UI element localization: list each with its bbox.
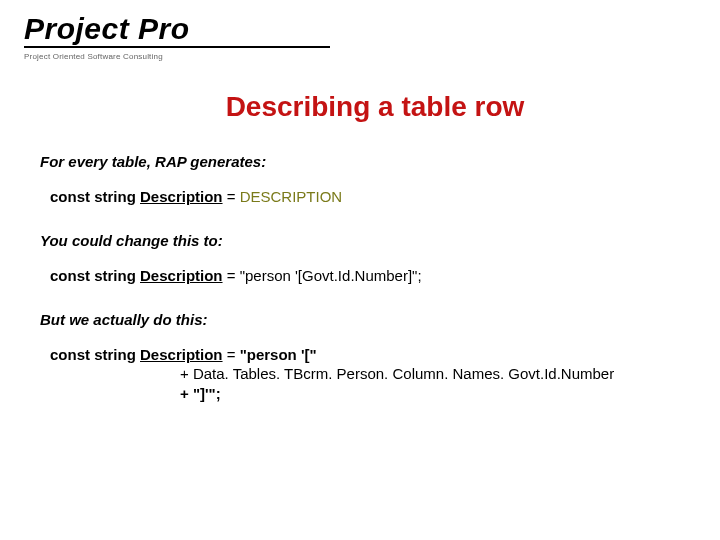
section2-intro: You could change this to: — [40, 232, 680, 249]
slide-title: Describing a table row — [0, 91, 720, 123]
brand-tagline: Project Oriented Software Consulting — [24, 52, 696, 61]
code-eq: = — [227, 188, 240, 205]
code-continuation-2: + "]'"; — [180, 384, 680, 404]
code-continuation-1: + Data. Tables. TBcrm. Person. Column. N… — [180, 364, 680, 384]
code-eq: = — [227, 346, 240, 363]
code-keyword: const string — [50, 346, 136, 363]
code-keyword: const string — [50, 267, 136, 284]
code-value: DESCRIPTION — [240, 188, 343, 205]
section3-code: const string Description = "person '[" +… — [40, 346, 680, 403]
code-string: "person '[" — [240, 346, 317, 363]
slide-header: Project Pro Project Oriented Software Co… — [0, 0, 720, 65]
slide-content: For every table, RAP generates: const st… — [0, 153, 720, 403]
brand-title: Project Pro — [24, 12, 330, 48]
code-value: "person '[Govt.Id.Number]"; — [240, 267, 422, 284]
section2-code: const string Description = "person '[Gov… — [50, 267, 680, 285]
code-identifier: Description — [140, 267, 223, 284]
code-identifier: Description — [140, 188, 223, 205]
code-identifier: Description — [140, 346, 223, 363]
section3-intro: But we actually do this: — [40, 311, 680, 328]
section1-code: const string Description = DESCRIPTION — [50, 188, 680, 206]
code-eq: = — [227, 267, 240, 284]
code-keyword: const string — [50, 188, 136, 205]
section1-intro: For every table, RAP generates: — [40, 153, 680, 170]
